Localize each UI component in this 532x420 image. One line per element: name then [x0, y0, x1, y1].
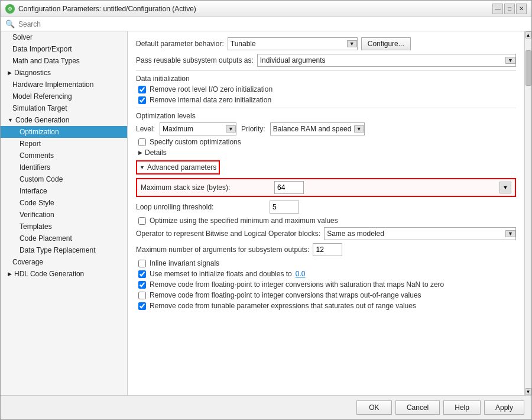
sidebar-item-hdl-code-generation[interactable]: ▶ HDL Code Generation [1, 268, 127, 280]
advanced-params-header[interactable]: ▼ Advanced parameters [136, 160, 220, 175]
sidebar-item-diagnostics[interactable]: ▶ Diagnostics [1, 67, 127, 79]
loop-unroll-input[interactable] [270, 201, 299, 214]
templates-label: Templates [20, 222, 52, 231]
pass-reusable-arrow: ▼ [505, 57, 515, 64]
max-args-input[interactable] [313, 243, 342, 256]
sidebar-item-interface[interactable]: Interface [1, 185, 127, 197]
code-placement-label: Code Placement [20, 234, 72, 243]
pass-reusable-dropdown[interactable]: Individual arguments ▼ [257, 54, 516, 67]
level-value: Maximum [163, 125, 193, 133]
inline-invariant-row: Inline invariant signals [136, 259, 516, 267]
sidebar-item-comments[interactable]: Comments [1, 150, 127, 161]
code-gen-label: Code Generation [15, 116, 69, 124]
code-gen-arrow: ▼ [8, 117, 13, 123]
optimize-minmax-checkbox[interactable] [138, 217, 146, 225]
custom-code-label: Custom Code [20, 175, 63, 183]
main-window: ⚙ Configuration Parameters: untitled/Con… [0, 0, 532, 420]
sidebar-item-code-style[interactable]: Code Style [1, 197, 127, 209]
operator-dropdown[interactable]: Same as modeled ▼ [324, 227, 516, 240]
operator-value: Same as modeled [327, 230, 384, 238]
sidebar-item-custom-code[interactable]: Custom Code [1, 173, 127, 185]
sidebar-item-math-data-types[interactable]: Math and Data Types [1, 55, 127, 67]
ok-button[interactable]: OK [356, 400, 392, 415]
sidebar-item-simulation-target[interactable]: Simulation Target [1, 102, 127, 114]
main-content: Solver Data Import/Export Math and Data … [1, 31, 531, 395]
operator-arrow: ▼ [505, 230, 515, 237]
remove-tunable-checkbox[interactable] [138, 302, 146, 310]
content-area: Default parameter behavior: Tunable ▼ Co… [128, 31, 524, 395]
minimize-button[interactable]: — [492, 4, 503, 14]
operator-row: Operator to represent Bitwise and Logica… [136, 227, 516, 240]
data-init-section: Data initialization [136, 75, 516, 83]
sidebar-item-optimization[interactable]: Optimization [1, 126, 127, 138]
sidebar-item-data-type-replacement[interactable]: Data Type Replacement [1, 244, 127, 256]
priority-label: Priority: [241, 125, 265, 133]
sidebar-item-coverage[interactable]: Coverage [1, 256, 127, 268]
sidebar-item-templates[interactable]: Templates [1, 221, 127, 232]
details-label: Details [145, 148, 167, 157]
scroll-thumb[interactable] [525, 50, 531, 86]
remove-internal-row: Remove internal data zero initialization [136, 96, 516, 104]
sidebar-item-solver[interactable]: Solver [1, 31, 127, 43]
remove-nan-checkbox[interactable] [138, 281, 146, 289]
sidebar-item-model-referencing[interactable]: Model Referencing [1, 91, 127, 102]
max-stack-input[interactable] [274, 181, 304, 194]
scrollbar[interactable]: ▲ ▼ [524, 31, 531, 395]
remove-wrap-row: Remove code from floating-point to integ… [136, 291, 516, 299]
configure-button[interactable]: Configure... [361, 37, 411, 50]
hdl-label: HDL Code Generation [14, 270, 84, 278]
max-stack-dropdown-btn[interactable]: ▼ [499, 182, 511, 193]
inline-invariant-label: Inline invariant signals [150, 259, 219, 267]
level-row: Level: Maximum ▼ Priority: Balance RAM a… [136, 122, 516, 135]
use-memset-link[interactable]: 0.0 [296, 270, 306, 278]
search-bar: 🔍 [1, 17, 531, 31]
details-row[interactable]: ▶ Details [136, 148, 516, 157]
identifiers-label: Identifiers [20, 163, 50, 172]
specify-custom-checkbox[interactable] [138, 138, 146, 146]
remove-internal-label: Remove internal data zero initialization [150, 96, 271, 104]
sidebar-item-identifiers[interactable]: Identifiers [1, 161, 127, 173]
use-memset-label: Use memset to initialize floats and doub… [150, 270, 292, 278]
maximize-button[interactable]: □ [504, 4, 515, 14]
sidebar-item-hardware-implementation[interactable]: Hardware Implementation [1, 79, 127, 91]
help-button[interactable]: Help [443, 400, 481, 415]
remove-tunable-row: Remove code from tunable parameter expre… [136, 302, 516, 310]
sidebar-item-data-import-export[interactable]: Data Import/Export [1, 43, 127, 55]
window-title: Configuration Parameters: untitled/Confi… [18, 5, 492, 13]
priority-dropdown[interactable]: Balance RAM and speed ▼ [270, 122, 365, 135]
priority-value: Balance RAM and speed [273, 125, 352, 133]
cancel-button[interactable]: Cancel [395, 400, 440, 415]
priority-arrow: ▼ [354, 125, 364, 133]
scroll-up-btn[interactable]: ▲ [525, 31, 531, 38]
optimize-minmax-label: Optimize using the specified minimum and… [150, 217, 338, 225]
apply-button[interactable]: Apply [484, 400, 524, 415]
pass-reusable-value: Individual arguments [260, 56, 326, 64]
comments-label: Comments [20, 151, 54, 160]
level-dropdown[interactable]: Maximum ▼ [160, 122, 236, 135]
remove-wrap-checkbox[interactable] [138, 292, 146, 299]
sidebar-item-verification[interactable]: Verification [1, 209, 127, 221]
sidebar-item-code-placement[interactable]: Code Placement [1, 232, 127, 244]
level-arrow: ▼ [226, 125, 236, 133]
sidebar-item-report[interactable]: Report [1, 138, 127, 150]
remove-root-checkbox[interactable] [138, 86, 146, 93]
search-input[interactable] [18, 20, 527, 28]
close-button[interactable]: ✕ [516, 4, 527, 14]
bottom-bar: OK Cancel Help Apply [1, 395, 531, 419]
pass-reusable-row: Pass reusable subsystem outputs as: Indi… [136, 54, 516, 67]
remove-root-label: Remove root level I/O zero initializatio… [150, 85, 273, 93]
sidebar-item-code-generation[interactable]: ▼ Code Generation [1, 114, 127, 126]
scroll-down-btn[interactable]: ▼ [525, 388, 531, 395]
hardware-label: Hardware Implementation [12, 80, 93, 89]
default-param-dropdown[interactable]: Tunable ▼ [228, 37, 358, 50]
use-memset-checkbox[interactable] [138, 270, 146, 278]
code-style-label: Code Style [20, 199, 54, 207]
inline-invariant-checkbox[interactable] [138, 260, 146, 267]
interface-label: Interface [20, 187, 47, 195]
remove-internal-checkbox[interactable] [138, 96, 146, 104]
max-stack-row: Maximum stack size (bytes): ▼ [136, 178, 516, 197]
sidebar: Solver Data Import/Export Math and Data … [1, 31, 128, 395]
title-bar-buttons: — □ ✕ [492, 4, 527, 14]
specify-custom-label: Specify custom optimizations [150, 138, 241, 146]
level-label: Level: [136, 125, 155, 133]
